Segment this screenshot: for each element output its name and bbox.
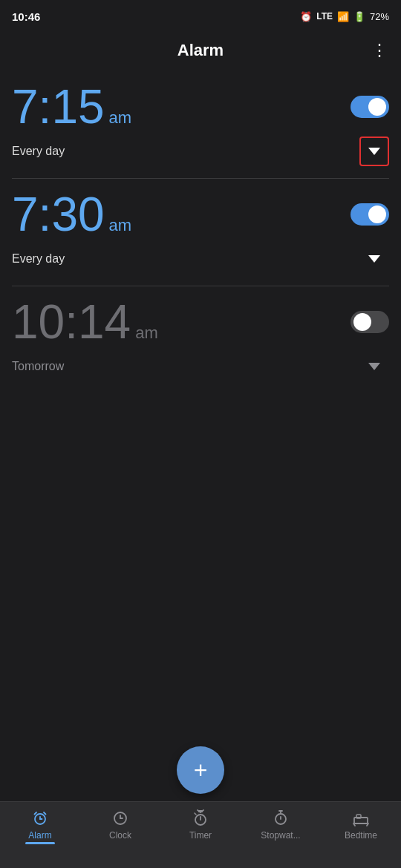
timer-nav-icon	[192, 809, 209, 827]
alarm-3-toggle[interactable]	[351, 311, 389, 333]
stopwatch-nav-label: Stopwat...	[261, 830, 300, 841]
alarm-item-3-bottom: Tomorrow	[12, 352, 389, 381]
alarm-item-3-top: 10:14 am	[12, 298, 389, 346]
stopwatch-nav-icon	[272, 809, 290, 827]
add-alarm-button[interactable]: +	[177, 746, 224, 794]
alarm-nav-label: Alarm	[28, 830, 51, 841]
nav-item-alarm[interactable]: Alarm	[0, 809, 80, 844]
alarm-1-chevron-icon	[368, 148, 380, 155]
alarm-item-1-top: 7:15 am	[12, 83, 389, 131]
alarm-3-chevron-icon	[368, 363, 380, 370]
alarm-nav-icon	[31, 809, 49, 827]
bedtime-nav-label: Bedtime	[345, 830, 377, 841]
alarm-1-label: Every day	[12, 145, 65, 158]
alarm-2-toggle[interactable]	[351, 203, 389, 226]
alarm-nav-underline	[25, 842, 55, 844]
svg-rect-16	[356, 815, 361, 818]
alarm-2-chevron-icon	[368, 255, 380, 263]
alarm-1-toggle[interactable]	[351, 96, 389, 118]
alarm-3-label: Tomorrow	[12, 360, 64, 373]
alarm-2-expand-button[interactable]	[359, 244, 389, 274]
alarm-1-ampm: am	[109, 108, 132, 128]
svg-rect-8	[198, 810, 203, 812]
add-icon: +	[194, 758, 208, 782]
alarm-item-2-top: 7:30 am	[12, 191, 389, 238]
status-icons: ⏰ LTE 📶 🔋 72%	[300, 11, 389, 22]
alarm-item-2-bottom: Every day	[12, 244, 389, 274]
battery-icon: 🔋	[353, 11, 365, 22]
alarm-3-toggle-thumb	[353, 313, 371, 331]
alarm-1-toggle-thumb	[368, 98, 386, 116]
network-icon: 📶	[337, 11, 349, 22]
alarm-2-ampm: am	[109, 216, 132, 235]
battery-percent: 72%	[370, 11, 389, 22]
nav-item-clock[interactable]: Clock	[80, 809, 160, 841]
status-time: 10:46	[12, 10, 40, 23]
alarm-2-label: Every day	[12, 252, 65, 266]
alarm-2-digits: 7:30	[12, 191, 105, 238]
clock-nav-label: Clock	[109, 830, 131, 841]
svg-line-3	[35, 812, 37, 815]
nav-item-stopwatch[interactable]: Stopwat...	[241, 809, 321, 841]
alarm-3-digits: 10:14	[12, 298, 131, 346]
timer-nav-label: Timer	[189, 830, 212, 841]
page-title: Alarm	[177, 41, 224, 60]
bedtime-nav-icon	[352, 809, 370, 827]
alarm-status-icon: ⏰	[300, 11, 312, 22]
alarm-item-3: 10:14 am Tomorrow	[12, 286, 389, 393]
alarm-3-ampm: am	[135, 323, 158, 343]
alarm-2-time[interactable]: 7:30 am	[12, 191, 131, 238]
page-header: Alarm ⋮	[0, 30, 401, 71]
alarm-item-1-bottom: Every day	[12, 137, 389, 166]
alarm-item-2: 7:30 am Every day	[12, 179, 389, 286]
alarm-list: 7:15 am Every day 7:30 am Every da	[0, 71, 401, 393]
status-bar: 10:46 ⏰ LTE 📶 🔋 72%	[0, 0, 401, 30]
svg-line-4	[44, 812, 46, 815]
alarm-3-expand-button[interactable]	[359, 352, 389, 381]
alarm-item-1: 7:15 am Every day	[12, 71, 389, 179]
clock-nav-icon	[111, 809, 129, 827]
alarm-3-time[interactable]: 10:14 am	[12, 298, 158, 346]
alarm-1-digits: 7:15	[12, 83, 105, 131]
nav-item-bedtime[interactable]: Bedtime	[321, 809, 401, 841]
alarm-2-toggle-thumb	[368, 206, 386, 223]
bottom-navigation: Alarm Clock Timer Stopwat...	[0, 801, 401, 868]
nav-item-timer[interactable]: Timer	[160, 809, 241, 841]
alarm-1-expand-button[interactable]	[359, 137, 389, 166]
signal-icon: LTE	[316, 11, 333, 22]
alarm-1-time[interactable]: 7:15 am	[12, 83, 131, 131]
more-options-button[interactable]: ⋮	[371, 41, 389, 60]
